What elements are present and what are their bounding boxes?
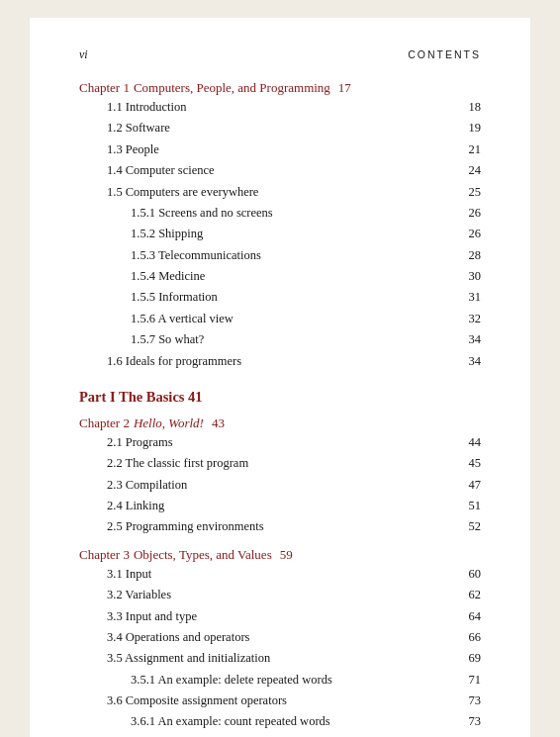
entry-text: 3.3 Input and type	[107, 607, 464, 626]
toc-entry: 3.6.1 An example: count repeated words 7…	[79, 712, 481, 731]
entry-text: 3.6 Composite assignment operators	[107, 691, 464, 710]
toc-entry: 1.4 Computer science 24	[79, 161, 481, 180]
entry-text: 2.4 Linking	[107, 497, 464, 515]
toc-entry: 2.3 Compilation 47	[79, 476, 481, 495]
chapter-name: Computers, People, and Programming	[134, 80, 330, 96]
toc-entry: 3.6 Composite assignment operators 73	[79, 691, 481, 710]
entry-text: 1.5.2 Shipping	[131, 225, 464, 243]
entry-page: 44	[469, 433, 482, 452]
toc-entry: 1.5.7 So what? 34	[79, 330, 481, 349]
entry-page: 18	[469, 98, 482, 117]
entry-page: 31	[469, 288, 482, 307]
entry-page: 26	[469, 204, 482, 223]
chapter-page: 43	[212, 415, 225, 431]
entry-text: 1.5.1 Screens and no screens	[131, 204, 464, 223]
entry-page: 26	[469, 225, 482, 243]
toc-entry: 3.1 Input 60	[79, 565, 481, 584]
entry-page: 32	[469, 310, 482, 328]
chapter-page: 59	[280, 547, 293, 563]
entry-page: 60	[469, 565, 482, 584]
toc-entry: 2.5 Programming environments 52	[79, 517, 481, 536]
entry-page: 34	[469, 330, 482, 349]
entry-page: 73	[469, 691, 482, 710]
toc-entry: 1.5.6 A vertical view 32	[79, 310, 481, 328]
toc-entry: 2.4 Linking 51	[79, 497, 481, 515]
chapter-page: 17	[338, 80, 351, 96]
toc-entry: 1.2 Software 19	[79, 119, 481, 138]
toc-entry: 3.5.1 An example: delete repeated words …	[79, 671, 481, 690]
entry-page: 71	[469, 671, 482, 690]
entry-page: 64	[469, 607, 482, 626]
entry-text: 1.3 People	[107, 140, 464, 159]
toc-entry: 1.5.1 Screens and no screens 26	[79, 204, 481, 223]
entry-page: 25	[469, 183, 482, 202]
entry-page: 51	[469, 497, 482, 515]
entry-text: 1.4 Computer science	[107, 161, 464, 180]
part-heading: Part I The Basics 41	[79, 389, 481, 406]
toc-entry: 1.5 Computers are everywhere 25	[79, 183, 481, 202]
chapter-title: Chapter 1 Computers, People, and Program…	[79, 80, 481, 96]
entry-page: 24	[469, 161, 482, 180]
chapter-title: Chapter 2 Hello, World! 43	[79, 415, 481, 431]
entry-text: 2.5 Programming environments	[107, 517, 464, 536]
toc-entry: 1.3 People 21	[79, 140, 481, 159]
entry-text: 1.5.3 Telecommunications	[131, 246, 464, 265]
toc-entry: 1.5.3 Telecommunications 28	[79, 246, 481, 265]
toc-entry: 2.1 Programs 44	[79, 433, 481, 452]
toc-entry: 3.3 Input and type 64	[79, 607, 481, 626]
chapter-title: Chapter 3 Objects, Types, and Values 59	[79, 547, 481, 563]
toc-entry: 3.2 Variables 62	[79, 586, 481, 604]
book-page: vi CONTENTS Chapter 1 Computers, People,…	[30, 18, 530, 737]
entry-page: 52	[469, 517, 482, 536]
entry-text: 2.1 Programs	[107, 433, 464, 452]
entry-text: 2.3 Compilation	[107, 476, 464, 495]
entry-page: 73	[469, 712, 482, 731]
entry-text: 1.5.5 Information	[131, 288, 464, 307]
entry-page: 30	[469, 267, 482, 286]
entry-text: 1.5.6 A vertical view	[131, 310, 464, 328]
entry-text: 1.5 Computers are everywhere	[107, 183, 464, 202]
chapter-label: Chapter 2	[79, 415, 130, 431]
entry-text: 1.5.4 Medicine	[131, 267, 464, 286]
entry-page: 66	[469, 628, 482, 647]
entry-page: 34	[469, 352, 482, 371]
entry-text: 3.5.1 An example: delete repeated words	[131, 671, 464, 690]
toc-entry: 1.5.4 Medicine 30	[79, 267, 481, 286]
toc-entry: 1.6 Ideals for programmers 34	[79, 352, 481, 371]
entry-page: 62	[469, 586, 482, 604]
entry-text: 1.6 Ideals for programmers	[107, 352, 464, 371]
entry-text: 1.1 Introduction	[107, 98, 464, 117]
entry-page: 28	[469, 246, 482, 265]
entry-text: 3.5 Assignment and initialization	[107, 649, 464, 668]
chapter-name: Hello, World!	[134, 415, 204, 431]
chapter-label: Chapter 1	[79, 80, 130, 96]
entry-page: 21	[469, 140, 482, 159]
entry-page: 69	[469, 649, 482, 668]
page-header-contents: CONTENTS	[408, 48, 481, 60]
chapter-name: Objects, Types, and Values	[134, 547, 272, 563]
toc-entry: 3.4 Operations and operators 66	[79, 628, 481, 647]
entry-text: 2.2 The classic first program	[107, 454, 464, 473]
entry-page: 19	[469, 119, 482, 138]
toc-entry: 1.5.5 Information 31	[79, 288, 481, 307]
chapter-label: Chapter 3	[79, 547, 130, 563]
entry-page: 47	[469, 476, 482, 495]
entry-text: 1.2 Software	[107, 119, 464, 138]
page-header: vi CONTENTS	[79, 47, 481, 62]
toc-entry: 1.1 Introduction 18	[79, 98, 481, 117]
entry-text: 3.6.1 An example: count repeated words	[131, 712, 464, 731]
entry-text: 3.2 Variables	[107, 586, 464, 604]
entry-text: 1.5.7 So what?	[131, 330, 464, 349]
entry-text: 3.1 Input	[107, 565, 464, 584]
toc-entry: 2.2 The classic first program 45	[79, 454, 481, 473]
entry-text: 3.4 Operations and operators	[107, 628, 464, 647]
toc-entry: 3.5 Assignment and initialization 69	[79, 649, 481, 668]
toc-entry: 1.5.2 Shipping 26	[79, 225, 481, 243]
page-number-left: vi	[79, 47, 88, 62]
toc-container: Chapter 1 Computers, People, and Program…	[79, 80, 481, 737]
entry-page: 45	[469, 454, 482, 473]
